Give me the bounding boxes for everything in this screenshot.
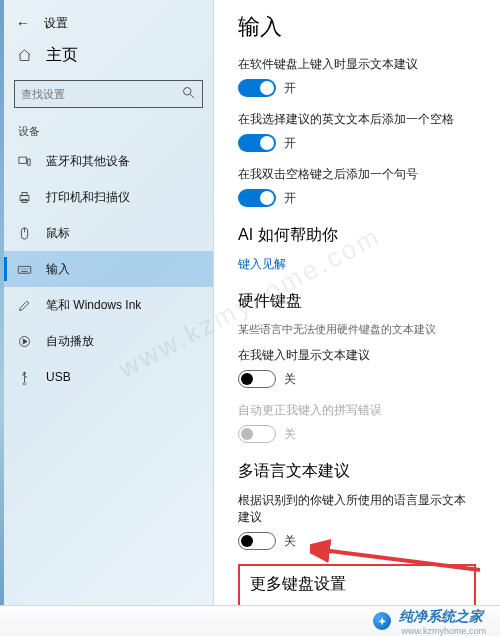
brand-logo-icon: ✦ [373, 612, 391, 630]
toggle-switch[interactable] [238, 370, 276, 388]
toggle-state: 开 [284, 135, 296, 152]
printer-icon [16, 190, 32, 205]
sidebar-item-bluetooth[interactable]: 蓝牙和其他设备 [4, 143, 213, 179]
svg-rect-2 [27, 159, 30, 165]
sidebar-item-label: 打印机和扫描仪 [46, 189, 130, 206]
toggle-state: 关 [284, 371, 296, 388]
option-row: 在软件键盘上键入时显示文本建议 开 [238, 56, 476, 97]
sidebar-item-label: 蓝牙和其他设备 [46, 153, 130, 170]
home-nav[interactable]: 主页 [4, 38, 213, 72]
autoplay-icon [16, 334, 32, 349]
sidebar-item-label: 自动播放 [46, 333, 94, 350]
usb-icon [16, 370, 32, 385]
section-heading-ai: AI 如何帮助你 [238, 225, 476, 246]
mouse-icon [16, 226, 32, 241]
sidebar-item-label: USB [46, 370, 71, 384]
pen-icon [16, 298, 32, 313]
page-title: 输入 [238, 12, 476, 42]
option-row: 在我选择建议的英文文本后添加一个空格 开 [238, 111, 476, 152]
home-icon [16, 48, 32, 63]
window-header: ← 设置 [4, 8, 213, 38]
option-label: 根据识别到的你键入所使用的语言显示文本建议 [238, 492, 476, 526]
svg-rect-7 [18, 266, 31, 273]
sidebar-item-label: 笔和 Windows Ink [46, 297, 141, 314]
svg-point-0 [184, 88, 192, 96]
sidebar-group-label: 设备 [4, 118, 213, 143]
devices-icon [16, 154, 32, 169]
toggle-switch[interactable] [238, 79, 276, 97]
content-pane: 输入 在软件键盘上键入时显示文本建议 开 在我选择建议的英文文本后添加一个空格 … [214, 0, 500, 605]
sidebar-item-typing[interactable]: 输入 [4, 251, 213, 287]
settings-window: ← 设置 主页 设备 蓝牙和其他设备 打 [4, 0, 500, 605]
sidebar: ← 设置 主页 设备 蓝牙和其他设备 打 [4, 0, 214, 605]
sidebar-item-usb[interactable]: USB [4, 359, 213, 395]
section-heading-more: 更多键盘设置 [250, 574, 464, 595]
section-description: 某些语言中无法使用硬件键盘的文本建议 [238, 322, 476, 337]
search-input[interactable] [21, 88, 181, 100]
window-title: 设置 [44, 15, 68, 32]
toggle-state: 关 [284, 426, 296, 443]
toggle-switch[interactable] [238, 134, 276, 152]
toggle-state: 关 [284, 533, 296, 550]
highlight-annotation: 更多键盘设置 高级键盘设置 [238, 564, 476, 605]
option-row: 自动更正我键入的拼写错误 关 [238, 402, 476, 443]
sidebar-item-mouse[interactable]: 鼠标 [4, 215, 213, 251]
section-heading-hardware: 硬件键盘 [238, 291, 476, 312]
option-label: 自动更正我键入的拼写错误 [238, 402, 476, 419]
branding-bar: ✦ 纯净系统之家 www.kzmyhome.com [0, 605, 500, 636]
back-button[interactable]: ← [16, 15, 30, 31]
search-box[interactable] [14, 80, 203, 108]
option-row: 根据识别到的你键入所使用的语言显示文本建议 关 [238, 492, 476, 550]
toggle-switch-disabled [238, 425, 276, 443]
toggle-switch[interactable] [238, 532, 276, 550]
sidebar-item-autoplay[interactable]: 自动播放 [4, 323, 213, 359]
option-row: 在我双击空格键之后添加一个句号 开 [238, 166, 476, 207]
brand-name: 纯净系统之家 [399, 609, 483, 624]
toggle-switch[interactable] [238, 189, 276, 207]
link-typing-insights[interactable]: 键入见解 [238, 256, 476, 273]
toggle-state: 开 [284, 190, 296, 207]
keyboard-icon [16, 262, 32, 277]
sidebar-item-printers[interactable]: 打印机和扫描仪 [4, 179, 213, 215]
brand-url: www.kzmyhome.com [401, 626, 486, 636]
option-label: 在我键入时显示文本建议 [238, 347, 476, 364]
option-label: 在我选择建议的英文文本后添加一个空格 [238, 111, 476, 128]
option-label: 在我双击空格键之后添加一个句号 [238, 166, 476, 183]
search-icon [181, 85, 196, 103]
svg-rect-4 [22, 192, 27, 195]
sidebar-item-pen[interactable]: 笔和 Windows Ink [4, 287, 213, 323]
toggle-state: 开 [284, 80, 296, 97]
svg-rect-3 [20, 195, 29, 200]
option-row: 在我键入时显示文本建议 关 [238, 347, 476, 388]
sidebar-item-label: 输入 [46, 261, 70, 278]
section-heading-multilang: 多语言文本建议 [238, 461, 476, 482]
option-label: 在软件键盘上键入时显示文本建议 [238, 56, 476, 73]
home-label: 主页 [46, 45, 78, 66]
sidebar-item-label: 鼠标 [46, 225, 70, 242]
svg-rect-1 [18, 157, 26, 163]
